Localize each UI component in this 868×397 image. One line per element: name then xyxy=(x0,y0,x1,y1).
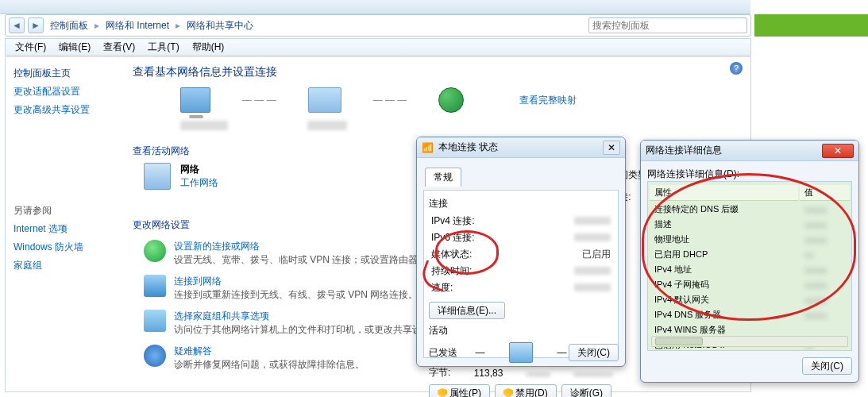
detail-row: IPv4 默认网关 xyxy=(650,293,798,306)
back-button[interactable]: ◄ xyxy=(9,17,25,33)
menu-tools[interactable]: 工具(T) xyxy=(141,39,185,56)
view-full-map-link[interactable]: 查看完整映射 xyxy=(519,94,577,107)
detail-row: IPv4 DNS 服务器 xyxy=(650,308,798,322)
sidebar: 控制面板主页 更改适配器设置 更改高级共享设置 另请参阅 Internet 选项… xyxy=(6,57,125,391)
detail-row: 已启用 DHCP xyxy=(650,248,798,261)
troubleshoot-desc: 诊断并修复网络问题，或获得故障排除信息。 xyxy=(174,358,365,372)
setup-new-connection-link[interactable]: 设置新的连接或网络 xyxy=(174,241,260,252)
detail-col-property: 属性 xyxy=(650,185,798,201)
diagnose-button[interactable]: 诊断(G) xyxy=(561,384,611,397)
detail-label: 网络连接详细信息(D): xyxy=(647,168,852,181)
connection-group: 连接 xyxy=(429,197,613,210)
ipv6-label: IPv6 连接: xyxy=(430,230,527,245)
connection-status-dialog: 📶本地连接 状态✕ 常规 连接 IPv4 连接: IPv6 连接: 媒体状态:已… xyxy=(416,137,626,367)
ipv4-label: IPv4 连接: xyxy=(430,214,527,229)
homegroup-sharing-link[interactable]: 选择家庭组和共享选项 xyxy=(174,310,269,322)
details-button[interactable]: 详细信息(E)... xyxy=(429,302,505,319)
status-close-button[interactable]: 关闭(C) xyxy=(569,344,619,361)
breadcrumb: ◄ ► 控制面板▸ 网络和 Internet▸ 网络和共享中心 xyxy=(5,14,751,37)
this-computer-icon xyxy=(180,87,210,113)
homegroup-sharing-desc: 访问位于其他网络计算机上的文件和打印机，或更改共享设置。 xyxy=(174,323,441,337)
network-name: 网络 xyxy=(180,163,276,176)
shield-icon xyxy=(438,388,447,397)
network-name-blurred xyxy=(307,121,347,130)
menu-edit[interactable]: 编辑(E) xyxy=(52,39,97,56)
active-networks-title: 查看活动网络 xyxy=(133,145,190,158)
detail-hscrollbar[interactable] xyxy=(651,336,848,347)
help-icon[interactable]: ? xyxy=(730,62,743,75)
titlebar xyxy=(0,0,750,14)
media-state-label: 媒体状态: xyxy=(430,247,527,262)
disable-button[interactable]: 禁用(D) xyxy=(495,384,557,397)
detail-row: 描述 xyxy=(650,218,798,231)
detail-row: IPv4 WINS 服务器 xyxy=(650,323,798,337)
properties-button[interactable]: 属性(P) xyxy=(429,384,490,397)
detail-col-value: 值 xyxy=(800,185,850,201)
sidebar-adapter-settings[interactable]: 更改适配器设置 xyxy=(14,85,117,98)
status-close-x[interactable]: ✕ xyxy=(603,141,620,155)
connect-network-icon xyxy=(144,275,166,297)
activity-group: 活动 xyxy=(429,324,613,337)
sidebar-advanced-sharing[interactable]: 更改高级共享设置 xyxy=(14,103,117,117)
detail-dialog-title: 网络连接详细信息 xyxy=(646,144,722,157)
activity-icon xyxy=(509,342,533,363)
homegroup-icon xyxy=(144,310,166,332)
speed-label: 速度: xyxy=(430,280,527,295)
bytes-label: 字节: xyxy=(429,366,450,380)
connect-to-network-desc: 连接到或重新连接到无线、有线、拨号或 VPN 网络连接。 xyxy=(174,288,418,302)
search-input[interactable] xyxy=(588,17,747,33)
detail-row: IPv4 子网掩码 xyxy=(650,278,798,291)
detail-row: 物理地址 xyxy=(650,233,798,246)
menu-file[interactable]: 文件(F) xyxy=(9,39,52,56)
accent-strip xyxy=(754,14,868,37)
detail-row: 连接特定的 DNS 后缀 xyxy=(650,202,798,216)
menubar: 文件(F) 编辑(E) 查看(V) 工具(T) 帮助(H) xyxy=(5,38,751,56)
see-also-homegroup[interactable]: 家庭组 xyxy=(14,259,117,272)
detail-row: IPv4 地址 xyxy=(650,263,798,276)
shield-icon xyxy=(503,388,513,397)
general-tab[interactable]: 常规 xyxy=(425,168,461,187)
duration-label: 持续时间: xyxy=(430,264,527,279)
see-also-windows-firewall[interactable]: Windows 防火墙 xyxy=(14,241,117,254)
detail-close-button[interactable]: 关闭(C) xyxy=(802,357,852,375)
network-devices-icon xyxy=(308,87,341,113)
page-title: 查看基本网络信息并设置连接 xyxy=(133,65,743,79)
connect-to-network-link[interactable]: 连接到网络 xyxy=(174,276,222,287)
new-connection-icon xyxy=(144,240,166,262)
menu-help[interactable]: 帮助(H) xyxy=(186,39,231,56)
sent-label: 已发送 xyxy=(429,346,457,360)
internet-globe-icon xyxy=(438,87,464,113)
menu-view[interactable]: 查看(V) xyxy=(97,39,141,56)
see-also-internet-options[interactable]: Internet 选项 xyxy=(14,222,117,236)
troubleshoot-icon xyxy=(144,345,166,367)
sidebar-home[interactable]: 控制面板主页 xyxy=(14,67,117,80)
status-dialog-title: 本地连接 状态 xyxy=(438,141,498,154)
crumb-control-panel[interactable]: 控制面板 xyxy=(47,19,91,33)
network-type-link[interactable]: 工作网络 xyxy=(180,177,218,188)
forward-button[interactable]: ► xyxy=(28,17,44,33)
bytes-sent-value: 113,83 xyxy=(474,368,503,379)
detail-close-x[interactable]: ✕ xyxy=(822,144,854,158)
crumb-network-internet[interactable]: 网络和 Internet xyxy=(102,19,172,33)
computer-name-blurred xyxy=(180,121,228,130)
troubleshoot-link[interactable]: 疑难解答 xyxy=(174,345,212,357)
media-state-value: 已启用 xyxy=(529,247,611,262)
crumb-network-sharing[interactable]: 网络和共享中心 xyxy=(183,19,257,33)
connection-details-dialog: 网络连接详细信息✕ 网络连接详细信息(D): 属性值 连接特定的 DNS 后缀x… xyxy=(640,140,859,383)
network-icon xyxy=(144,163,171,190)
see-also-head: 另请参阅 xyxy=(14,204,117,218)
